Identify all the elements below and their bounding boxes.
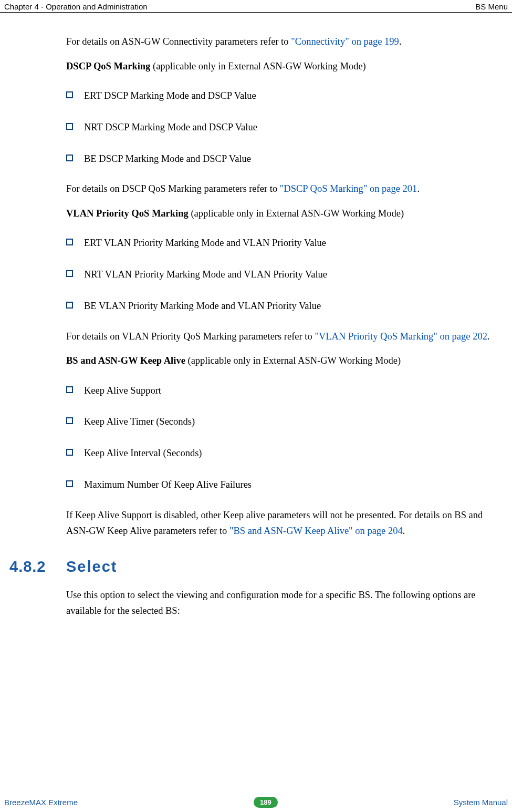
heading-rest: (applicable only in External ASN-GW Work…	[185, 355, 401, 366]
link-vlan[interactable]: "VLAN Priority QoS Marking" on page 202	[315, 331, 487, 342]
square-bullet-icon	[66, 270, 73, 277]
text: .	[403, 526, 405, 536]
header-section: BS Menu	[475, 2, 508, 11]
heading-bold: DSCP QoS Marking	[66, 61, 150, 71]
list-item-label: NRT VLAN Priority Marking Mode and VLAN …	[84, 269, 327, 280]
footer-product: BreezeMAX Extreme	[4, 798, 78, 807]
heading-rest: (applicable only in External ASN-GW Work…	[150, 61, 365, 71]
square-bullet-icon	[66, 386, 73, 393]
square-bullet-icon	[66, 91, 73, 98]
square-bullet-icon	[66, 302, 73, 309]
list-item: Maximum Number Of Keep Alive Failures	[66, 478, 495, 492]
paragraph-vlan: For details on VLAN Priority QoS Marking…	[66, 328, 495, 345]
square-bullet-icon	[66, 417, 73, 424]
section-number: 4.8.2	[9, 558, 66, 575]
header-chapter: Chapter 4 - Operation and Administration	[4, 2, 148, 11]
section-title: Select	[66, 558, 117, 575]
list-vlan: ERT VLAN Priority Marking Mode and VLAN …	[66, 236, 495, 313]
list-item: Keep Alive Support	[66, 384, 495, 398]
heading-bold: VLAN Priority QoS Marking	[66, 208, 189, 219]
square-bullet-icon	[66, 155, 73, 161]
list-item: NRT DSCP Marking Mode and DSCP Value	[66, 120, 495, 135]
list-item-label: ERT DSCP Marking Mode and DSCP Value	[84, 90, 256, 101]
text: .	[487, 331, 490, 342]
list-item: BE DSCP Marking Mode and DSCP Value	[66, 152, 495, 167]
list-item-label: NRT DSCP Marking Mode and DSCP Value	[84, 122, 257, 132]
paragraph-select: Use this option to select the viewing an…	[66, 587, 495, 619]
link-connectivity[interactable]: "Connectivity" on page 199	[291, 36, 399, 47]
text: For details on ASN-GW Connectivity param…	[66, 36, 291, 47]
link-dscp[interactable]: "DSCP QoS Marking" on page 201	[280, 183, 417, 194]
square-bullet-icon	[66, 449, 73, 456]
square-bullet-icon	[66, 123, 73, 130]
list-item: ERT VLAN Priority Marking Mode and VLAN …	[66, 236, 495, 251]
paragraph-connectivity: For details on ASN-GW Connectivity param…	[66, 34, 495, 50]
list-item: BE VLAN Priority Marking Mode and VLAN P…	[66, 299, 495, 314]
paragraph-dscp: For details on DSCP QoS Marking paramete…	[66, 181, 495, 197]
text: .	[399, 36, 402, 47]
heading-keepalive: BS and ASN-GW Keep Alive (applicable onl…	[66, 353, 495, 369]
list-item-label: Keep Alive Support	[84, 385, 161, 396]
list-item-label: BE DSCP Marking Mode and DSCP Value	[84, 153, 251, 164]
text: For details on VLAN Priority QoS Marking…	[66, 331, 315, 342]
footer-doc-title: System Manual	[454, 798, 508, 807]
list-item-label: BE VLAN Priority Marking Mode and VLAN P…	[84, 301, 321, 311]
list-item-label: Keep Alive Timer (Seconds)	[84, 416, 195, 427]
list-item: NRT VLAN Priority Marking Mode and VLAN …	[66, 268, 495, 282]
square-bullet-icon	[66, 480, 73, 487]
paragraph-keepalive: If Keep Alive Support is disabled, other…	[66, 507, 495, 539]
page-content: For details on ASN-GW Connectivity param…	[0, 13, 512, 619]
heading-vlan: VLAN Priority QoS Marking (applicable on…	[66, 205, 495, 222]
list-keepalive: Keep Alive Support Keep Alive Timer (Sec…	[66, 384, 495, 492]
list-dscp: ERT DSCP Marking Mode and DSCP Value NRT…	[66, 89, 495, 166]
page-number-badge: 189	[254, 797, 278, 808]
list-item-label: Maximum Number Of Keep Alive Failures	[84, 479, 252, 490]
list-item: Keep Alive Interval (Seconds)	[66, 446, 495, 461]
text: For details on DSCP QoS Marking paramete…	[66, 183, 280, 194]
heading-rest: (applicable only in External ASN-GW Work…	[189, 208, 404, 219]
heading-dscp: DSCP QoS Marking (applicable only in Ext…	[66, 58, 495, 75]
page-footer: BreezeMAX Extreme 189 System Manual	[0, 797, 512, 808]
page-header: Chapter 4 - Operation and Administration…	[0, 0, 512, 13]
list-item: ERT DSCP Marking Mode and DSCP Value	[66, 89, 495, 104]
list-item-label: Keep Alive Interval (Seconds)	[84, 448, 202, 458]
link-keepalive[interactable]: "BS and ASN-GW Keep Alive" on page 204	[229, 526, 403, 536]
section-heading: 4.8.2 Select	[9, 558, 495, 575]
text: .	[417, 183, 420, 194]
list-item: Keep Alive Timer (Seconds)	[66, 415, 495, 429]
list-item-label: ERT VLAN Priority Marking Mode and VLAN …	[84, 238, 326, 248]
square-bullet-icon	[66, 239, 73, 245]
heading-bold: BS and ASN-GW Keep Alive	[66, 355, 185, 366]
